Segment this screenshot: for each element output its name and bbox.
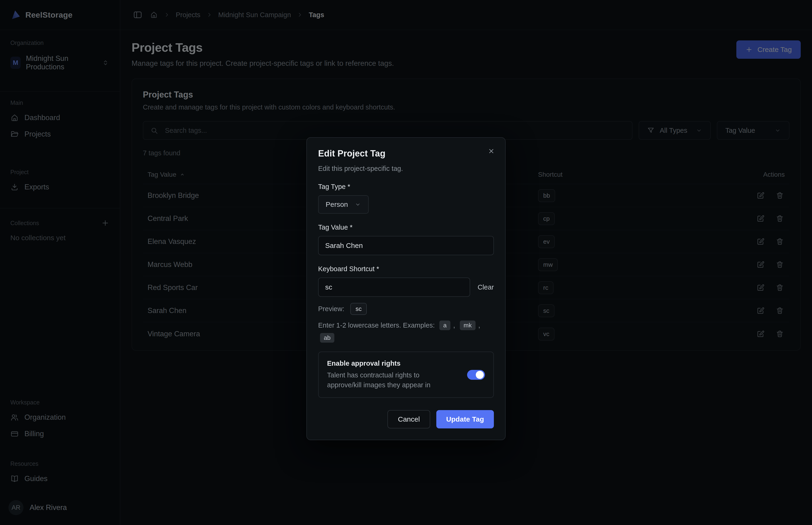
preview-label: Preview: (318, 305, 344, 313)
example-kbd: a (439, 320, 450, 330)
comma: , (478, 321, 480, 329)
approval-title: Enable approval rights (327, 360, 440, 367)
example-kbd: mk (460, 320, 476, 330)
shortcut-input[interactable] (318, 278, 470, 297)
modal-close-button[interactable] (486, 146, 497, 156)
close-icon (487, 147, 495, 155)
preview-kbd: sc (350, 303, 367, 315)
example-kbd: ab (320, 333, 334, 343)
tag-value-input[interactable] (318, 236, 494, 255)
comma: , (453, 321, 455, 329)
modal-footer: Cancel Update Tag (318, 410, 494, 429)
edit-tag-modal: Edit Project Tag Edit this project-speci… (306, 137, 506, 440)
helper-text: Enter 1-2 lowercase letters. Examples: (318, 321, 435, 329)
tag-type-label: Tag Type * (318, 183, 494, 191)
approval-description: Talent has contractual rights to approve… (327, 370, 440, 390)
keyboard-shortcut-label: Keyboard Shortcut * (318, 265, 494, 273)
update-tag-button[interactable]: Update Tag (436, 410, 494, 429)
tag-type-select[interactable]: Person (318, 195, 369, 214)
shortcut-preview: Preview: sc (318, 303, 494, 315)
cancel-button[interactable]: Cancel (387, 410, 430, 429)
modal-subtitle: Edit this project-specific tag. (318, 165, 494, 172)
tag-value-label: Tag Value * (318, 224, 494, 231)
tag-type-value: Person (326, 200, 348, 208)
approval-rights-toggle[interactable] (467, 370, 485, 380)
shortcut-row: Clear (318, 278, 494, 297)
clear-shortcut-button[interactable]: Clear (478, 283, 494, 291)
modal-title: Edit Project Tag (318, 149, 494, 159)
chevron-down-icon (354, 201, 361, 208)
shortcut-helper: Enter 1-2 lowercase letters. Examples: a… (318, 320, 494, 343)
toggle-knob (476, 371, 484, 379)
approval-rights-box: Enable approval rights Talent has contra… (318, 351, 494, 398)
